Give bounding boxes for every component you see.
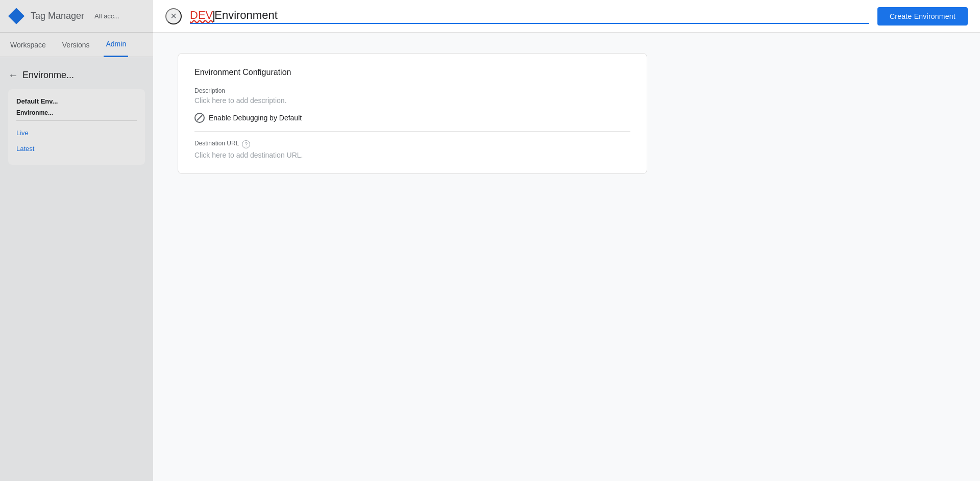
debug-label: Enable Debugging by Default bbox=[209, 114, 302, 122]
background-card-col-header: Environme... bbox=[16, 109, 137, 121]
background-topbar: Tag Manager All acc... bbox=[0, 0, 153, 33]
modal-panel: × DEV Environment Create Environment Env… bbox=[153, 0, 980, 481]
create-environment-button[interactable]: Create Environment bbox=[877, 7, 968, 26]
background-logo bbox=[8, 8, 24, 24]
config-card-title: Environment Configuration bbox=[194, 68, 630, 77]
modal-title-dev: DEV bbox=[190, 9, 213, 22]
background-card: Default Env... Environme... Live Latest bbox=[8, 89, 145, 165]
divider bbox=[194, 131, 630, 132]
background-content: ← Environme... Default Env... Environme.… bbox=[0, 57, 153, 481]
background-card-row-latest: Latest bbox=[16, 141, 137, 157]
modal-topbar: × DEV Environment Create Environment bbox=[153, 0, 980, 33]
background-card-row-live: Live bbox=[16, 125, 137, 141]
background-nav-workspace: Workspace bbox=[8, 33, 48, 57]
background-nav-versions: Versions bbox=[60, 33, 92, 57]
dest-url-placeholder[interactable]: Click here to add destination URL. bbox=[194, 151, 630, 159]
dest-url-label: Destination URL bbox=[194, 140, 239, 147]
background-app-name: Tag Manager bbox=[31, 11, 84, 21]
debug-row[interactable]: Enable Debugging by Default bbox=[194, 113, 630, 123]
environment-config-card: Environment Configuration Description Cl… bbox=[178, 53, 647, 174]
background-section-title: Environme... bbox=[22, 70, 74, 81]
background-nav-admin: Admin bbox=[104, 33, 128, 57]
modal-title-rest: Environment bbox=[214, 9, 278, 22]
background-account-label: All acc... bbox=[94, 12, 119, 20]
background-nav: Workspace Versions Admin bbox=[0, 33, 153, 57]
description-placeholder[interactable]: Click here to add description. bbox=[194, 96, 630, 105]
dest-url-row: Destination URL ? Click here to add dest… bbox=[194, 140, 630, 159]
description-label: Description bbox=[194, 87, 630, 94]
modal-title-input[interactable]: DEV Environment bbox=[190, 9, 869, 24]
background-card-header: Default Env... bbox=[16, 97, 137, 105]
dest-url-label-row: Destination URL ? bbox=[194, 140, 630, 149]
close-button[interactable]: × bbox=[165, 8, 182, 24]
debug-icon bbox=[194, 113, 205, 123]
background-back-row: ← Environme... bbox=[8, 69, 145, 81]
background-back-arrow: ← bbox=[8, 69, 18, 81]
modal-content: Environment Configuration Description Cl… bbox=[153, 33, 980, 481]
help-icon[interactable]: ? bbox=[242, 140, 250, 148]
